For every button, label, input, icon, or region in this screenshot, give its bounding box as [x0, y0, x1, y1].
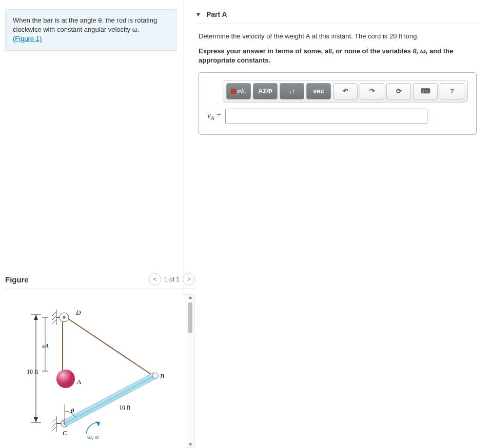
svg-point-20	[56, 370, 75, 388]
help-button[interactable]: ?	[440, 83, 464, 99]
answer-label: vA =	[207, 111, 221, 121]
svg-text:D: D	[75, 309, 81, 316]
equation-toolbar: x√□ ΑΣΦ ↓↑ vec ↶ ↷ ⟳ ⌨ ?	[223, 80, 468, 103]
svg-line-24	[52, 422, 56, 426]
svg-text:10 ft: 10 ft	[119, 404, 131, 411]
svg-text:C: C	[63, 429, 67, 437]
reset-button[interactable]: ⟳	[386, 83, 411, 99]
svg-marker-4	[34, 417, 38, 422]
answer-instruction: Express your answer in terms of some, al…	[199, 47, 477, 65]
figure-link[interactable]: (Figure 1)	[13, 35, 42, 43]
problem-text: When the bar is at the angle θ, the rod …	[13, 16, 157, 33]
figure-prev-button[interactable]: <	[149, 273, 161, 286]
subsup-button[interactable]: ↓↑	[280, 83, 304, 99]
figure-title: Figure	[5, 275, 29, 284]
vec-button[interactable]: vec	[306, 83, 331, 99]
question-text: Determine the velocity of the weight A a…	[199, 31, 477, 42]
svg-text:θ: θ	[71, 407, 74, 415]
svg-text:A: A	[76, 378, 81, 385]
svg-text:10 ft: 10 ft	[27, 368, 38, 375]
svg-line-19	[68, 319, 154, 376]
svg-marker-3	[34, 315, 38, 320]
greek-button[interactable]: ΑΣΦ	[253, 83, 278, 99]
problem-statement: When the bar is at the angle θ, the rod …	[5, 9, 176, 51]
svg-line-12	[52, 316, 56, 320]
svg-text:ω, α: ω, α	[87, 433, 100, 440]
svg-point-15	[63, 316, 66, 319]
answer-input[interactable]	[225, 109, 427, 124]
svg-line-13	[52, 320, 56, 324]
part-collapse-toggle[interactable]: ▼	[195, 11, 201, 17]
figure-scrollbar[interactable]	[186, 294, 195, 448]
figure-next-button[interactable]: >	[183, 273, 195, 286]
svg-line-23	[52, 418, 56, 422]
figure-image: 10 ft sA	[5, 294, 186, 448]
svg-text:sA: sA	[42, 342, 49, 350]
svg-text:B: B	[160, 372, 164, 380]
scroll-thumb[interactable]	[188, 302, 192, 333]
answer-area: x√□ ΑΣΦ ↓↑ vec ↶ ↷ ⟳ ⌨ ? vA =	[199, 72, 477, 135]
undo-button[interactable]: ↶	[333, 83, 358, 99]
svg-line-11	[52, 312, 56, 316]
figure-page-label: 1 of 1	[164, 276, 180, 283]
part-title: Part A	[206, 10, 227, 18]
svg-point-31	[152, 373, 159, 379]
scroll-down-icon[interactable]	[188, 443, 192, 446]
svg-line-25	[52, 426, 56, 431]
scroll-up-icon[interactable]	[188, 296, 192, 299]
figure-pager: < 1 of 1 >	[149, 273, 195, 286]
templates-button[interactable]: x√□	[226, 83, 251, 99]
keyboard-button[interactable]: ⌨	[413, 83, 438, 99]
redo-button[interactable]: ↷	[360, 83, 384, 99]
